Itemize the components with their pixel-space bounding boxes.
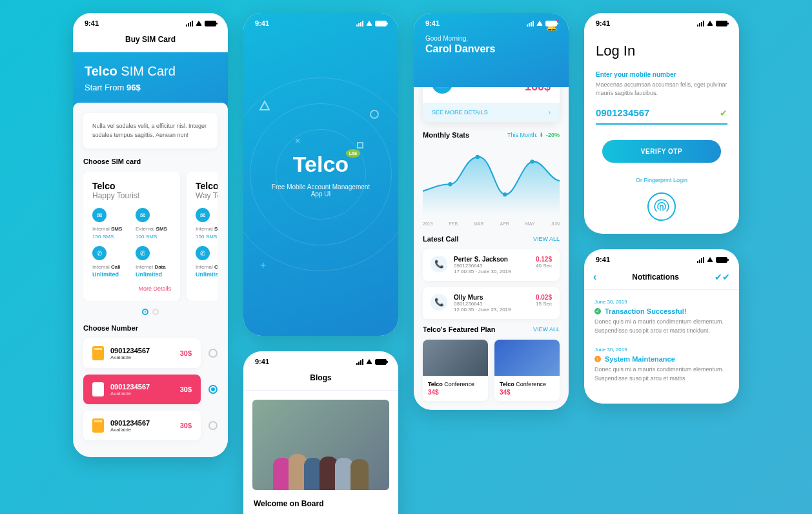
mark-all-read-icon[interactable]: ✔✔ [715,272,730,282]
status-time: 9:41 [255,19,269,27]
screen-dashboard: 9:41 🔔 Good Morning, Carol Danvers 💳 Pre… [414,13,569,410]
status-time: 9:41 [255,358,269,365]
see-more-link[interactable]: SEE MORE DETAILS › [423,103,560,122]
radio[interactable] [208,421,218,430]
number-row-selected[interactable]: 0901234567Available 30$ [83,375,201,404]
radio-selected[interactable] [208,385,218,394]
warning-icon: ! [594,356,601,362]
sim-name: Way To C [196,191,218,200]
sim-body: Nulla vel sodales velit, a efficitur nis… [73,103,228,457]
verify-otp-button[interactable]: VERIFY OTP [602,140,721,163]
call-icon: ✆ [92,246,107,260]
choose-number-title: Choose Number [83,324,218,332]
sms-icon: ✉ [92,208,107,222]
latest-call-title: Latest Call [423,235,459,243]
navbar-title: Blogs [243,368,398,391]
status-bar: 9:41 [584,249,739,266]
plus-icon: + [260,260,266,271]
username: Carol Danvers [425,43,557,55]
screen-splash: 9:41 × + TelcoLite Free Mobile Account M… [243,13,398,336]
fingerprint-label[interactable]: Or Fingerprint Login [596,177,727,183]
login-title: Log In [596,43,727,59]
status-bar: 9:41 [243,351,398,368]
hero-title: Telco SIM Card [85,64,216,79]
svg-point-1 [448,182,452,186]
navbar-title: Buy SIM Card [73,30,228,52]
notif-item[interactable]: June 30, 2019 !System Maintenance Donec … [594,347,729,383]
status-icons [356,21,387,26]
notif-navbar: ‹ Notifications ✔✔ [584,266,739,290]
screen-login: 9:41 Log In Enter your mobile number Mae… [584,13,739,234]
sim-name: Happy Tourist [92,191,171,200]
plan-image [494,340,560,376]
status-bar: 9:41 [243,13,398,30]
sim-brand: Telco [196,181,218,191]
call-icon: ✆ [196,246,210,260]
phone-icon: 📞 [431,294,447,311]
status-bar: 9:41 [414,13,569,30]
status-bar: 9:41 [584,13,739,30]
more-details-link[interactable]: More Details [92,285,171,292]
status-icons [697,257,727,263]
screen-notifications: 9:41 ‹ Notifications ✔✔ June 30, 2019 ✓T… [584,249,739,404]
svg-marker-0 [260,101,269,110]
this-month-stat: This Month: ⬇ -20% [507,132,560,138]
back-icon[interactable]: ‹ [593,271,596,283]
blog-post-title[interactable]: Welcome on Board [254,499,388,508]
choose-sim-title: Choose SIM card [83,158,218,165]
notif-title: Notifications [632,272,679,282]
sim-chip-icon [92,382,104,396]
status-icons [356,359,387,365]
status-time: 9:41 [85,19,99,27]
svg-point-2 [476,155,480,159]
hero-subtitle: Start From 96$ [85,83,216,92]
dot-active[interactable] [142,309,148,315]
featured-plan-title: Telco's Featured Plan [423,325,495,333]
blog-hero-image[interactable] [252,400,389,490]
call-row[interactable]: 📞 Perter S. Jackson090123664317 00:35 · … [423,249,560,281]
mobile-label: Enter your mobile number [596,71,727,78]
sim-chip-icon [92,346,104,360]
call-row[interactable]: 📞 Olly Murs080123664312 00:35 · June 23,… [423,287,560,319]
sim-card-list[interactable]: Telco Happy Tourist ✉Internal SMS150 SMS… [83,172,218,301]
plan-card[interactable]: Telco Conference34$ [423,340,488,401]
status-time: 9:41 [425,19,440,27]
sim-card-happy-tourist[interactable]: Telco Happy Tourist ✉Internal SMS150 SMS… [83,172,180,301]
status-icons [527,21,557,26]
login-hint: Maecenas accumsan accumsan felis, eget p… [596,81,727,97]
status-time: 9:41 [596,256,610,263]
monthly-chart[interactable] [423,145,560,216]
sim-brand: Telco [92,181,171,191]
plan-card[interactable]: Telco Conference34$ [494,340,560,401]
sim-card-way-to[interactable]: Telco Way To C ✉Internal SMS150 SMS ✆Int… [187,172,218,301]
number-row[interactable]: 0901234567Available 30$ [83,411,201,440]
monthly-stats-title: Monthly Stats [423,131,469,139]
number-row[interactable]: 0901234567Available 30$ [83,338,201,368]
x-icon: × [295,136,300,146]
greeting: Good Morning, [425,35,557,42]
notif-item[interactable]: June 30, 2019 ✓Transaction Successful! D… [594,299,729,335]
plan-image [423,340,488,376]
check-icon: ✔ [720,108,727,118]
pagination-dots[interactable] [83,309,218,315]
status-bar: 9:41 [73,13,228,30]
view-all-link[interactable]: VIEW ALL [533,326,560,333]
status-icons [186,21,216,26]
sim-description: Nulla vel sodales velit, a efficitur nis… [83,113,218,149]
mobile-value: 0901234567 [596,107,649,118]
dot[interactable] [152,309,159,315]
screen-buy-sim: 9:41 Buy SIM Card Telco SIM Card Start F… [73,13,228,457]
splash-body: × + TelcoLite Free Mobile Account Manage… [243,13,398,336]
fingerprint-icon[interactable] [647,192,676,221]
mobile-input[interactable]: 0901234567 ✔ [596,107,727,125]
data-icon: ✆ [136,246,150,260]
screen-blogs: 9:41 Blogs Welcome on Board Lorem ipsum … [243,351,398,514]
radio[interactable] [208,349,218,358]
view-all-link[interactable]: VIEW ALL [533,236,560,242]
sim-chip-icon [92,418,104,433]
lite-badge: Lite [346,149,360,158]
app-tagline: Free Mobile Account ManagementApp UI [272,183,370,198]
sms-icon: ✉ [196,208,210,222]
square-icon [357,142,363,149]
chevron-right-icon: › [549,109,551,116]
